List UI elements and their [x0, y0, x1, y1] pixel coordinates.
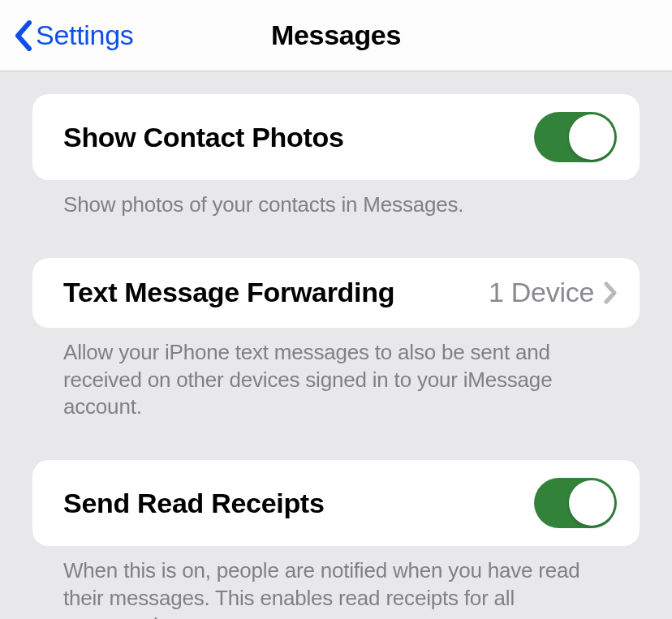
setting-footer: Allow your iPhone text messages to also … [32, 328, 640, 421]
setting-row-forwarding[interactable]: Text Message Forwarding 1 Device [32, 258, 640, 328]
toggle-read-receipts[interactable] [534, 478, 617, 528]
setting-label: Send Read Receipts [63, 488, 325, 519]
setting-group-forwarding: Text Message Forwarding 1 Device Allow y… [32, 258, 640, 421]
chevron-left-icon [13, 20, 32, 51]
back-button[interactable]: Settings [13, 19, 133, 51]
setting-label: Show Contact Photos [63, 122, 344, 153]
setting-right: 1 Device [489, 277, 617, 308]
setting-value: 1 Device [489, 277, 594, 308]
chevron-right-icon [604, 282, 617, 304]
toggle-knob [569, 114, 614, 160]
toggle-contact-photos[interactable] [534, 112, 617, 162]
setting-group-read-receipts: Send Read Receipts When this is on, peop… [32, 460, 640, 619]
setting-label: Text Message Forwarding [63, 277, 394, 308]
content: Show Contact Photos Show photos of your … [0, 71, 672, 619]
setting-footer: Show photos of your contacts in Messages… [32, 180, 640, 219]
setting-group-contact-photos: Show Contact Photos Show photos of your … [32, 94, 640, 219]
setting-row-read-receipts[interactable]: Send Read Receipts [32, 460, 640, 546]
page-title: Messages [271, 19, 401, 51]
nav-bar: Settings Messages [0, 0, 672, 71]
toggle-knob [569, 480, 614, 526]
back-label: Settings [36, 19, 133, 51]
setting-footer: When this is on, people are notified whe… [32, 546, 640, 619]
setting-row-contact-photos[interactable]: Show Contact Photos [32, 94, 640, 180]
